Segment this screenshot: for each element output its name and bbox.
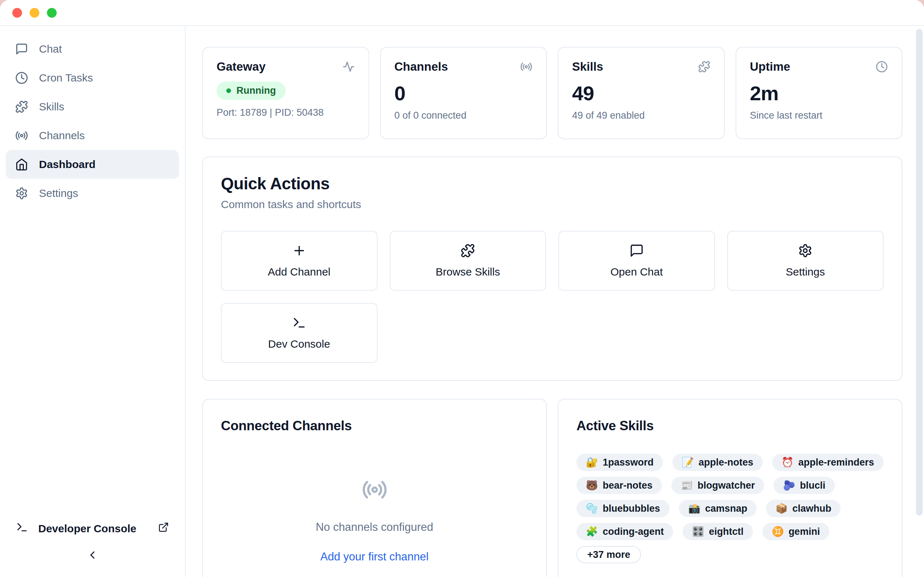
skill-emoji-icon: 🫐 [783, 480, 795, 491]
settings-icon [15, 187, 28, 200]
skill-emoji-icon: ⏰ [782, 456, 794, 468]
radio-icon [362, 477, 388, 504]
skill-name: blogwatcher [697, 480, 755, 491]
developer-console-button[interactable]: Developer Console [0, 521, 185, 536]
terminal-icon [16, 521, 28, 533]
quick-action-label: Open Chat [611, 266, 663, 278]
skill-badge-blogwatcher: 📰blogwatcher [671, 477, 764, 494]
sidebar-item-label: Dashboard [39, 158, 96, 171]
skill-emoji-icon: 📸 [688, 503, 701, 514]
add-first-channel-link[interactable]: Add your first channel [320, 550, 429, 563]
stat-card-title: Uptime [750, 60, 790, 74]
skills-list: 🔐1password📝apple-notes⏰apple-reminders🐻b… [577, 454, 884, 563]
skill-emoji-icon: 🎛️ [692, 526, 704, 537]
skill-emoji-icon: 🔐 [586, 456, 598, 468]
main-content: GatewayRunningPort: 18789 | PID: 50438Ch… [186, 26, 924, 577]
skill-emoji-icon: ♊ [772, 526, 784, 537]
quick-action-label: Settings [786, 266, 825, 278]
stat-card-header: Skills [572, 60, 710, 74]
quick-action-settings[interactable]: Settings [727, 231, 884, 291]
skill-name: bear-notes [603, 480, 653, 491]
quick-actions-title: Quick Actions [221, 175, 884, 192]
message-square-icon [630, 243, 644, 258]
activity-icon [342, 61, 355, 73]
radio-icon [15, 129, 28, 142]
stats-row: GatewayRunningPort: 18789 | PID: 50438Ch… [202, 47, 902, 139]
status-text: Running [236, 85, 276, 96]
zoom-button[interactable] [47, 8, 57, 18]
puzzle-icon [460, 243, 475, 258]
app-body: ChatCron TasksSkillsChannelsDashboardSet… [0, 26, 924, 577]
skill-badge-1password: 🔐1password [577, 454, 663, 471]
skill-name: apple-notes [698, 456, 753, 468]
collapse-sidebar-button[interactable] [0, 549, 185, 562]
skill-badge-camsnap: 📸camsnap [679, 500, 757, 517]
sidebar-item-chat[interactable]: Chat [6, 35, 179, 63]
connected-channels-card: Connected Channels No channels configure… [202, 399, 547, 577]
sidebar-item-cron-tasks[interactable]: Cron Tasks [6, 63, 179, 92]
stat-card-value: 0 [394, 82, 533, 105]
skill-name: coding-agent [603, 526, 664, 537]
quick-action-label: Browse Skills [436, 266, 500, 278]
status-badge: Running [216, 82, 286, 100]
stat-card-detail: 49 of 49 enabled [572, 110, 710, 121]
clock-icon [15, 71, 28, 84]
more-skills-button[interactable]: +37 more [577, 546, 641, 563]
quick-action-label: Dev Console [268, 338, 330, 350]
stat-card-value: 2m [750, 82, 888, 105]
sidebar-item-dashboard[interactable]: Dashboard [6, 150, 179, 179]
minimize-button[interactable] [30, 8, 39, 18]
sidebar-item-label: Channels [39, 129, 85, 142]
skill-emoji-icon: 📦 [775, 503, 788, 514]
sidebar-item-channels[interactable]: Channels [6, 121, 179, 150]
sidebar-item-skills[interactable]: Skills [6, 92, 179, 121]
skill-name: clawhub [792, 503, 831, 514]
skill-emoji-icon: 🐻 [586, 480, 598, 491]
scrollbar-thumb[interactable] [916, 29, 922, 516]
skill-name: bluebubbles [603, 503, 660, 514]
skill-name: 1password [603, 456, 654, 468]
skill-emoji-icon: 📝 [682, 456, 694, 468]
sidebar-item-label: Skills [39, 101, 64, 113]
skill-name: apple-reminders [798, 456, 874, 468]
stat-card-detail: 0 of 0 connected [394, 110, 533, 121]
stat-card-gateway: GatewayRunningPort: 18789 | PID: 50438 [202, 47, 369, 139]
stat-card-uptime: Uptime2mSince last restart [736, 47, 903, 139]
skill-emoji-icon: 🫧 [586, 503, 598, 514]
quick-action-dev-console[interactable]: Dev Console [221, 303, 378, 363]
puzzle-icon [698, 61, 710, 73]
chevron-left-icon [86, 549, 99, 562]
skill-name: gemini [789, 526, 820, 537]
quick-action-open-chat[interactable]: Open Chat [558, 231, 715, 291]
stat-card-detail: Since last restart [750, 110, 888, 121]
radio-icon [520, 61, 532, 73]
sidebar-item-label: Chat [39, 43, 62, 55]
developer-console-label: Developer Console [38, 522, 136, 535]
home-icon [15, 158, 28, 171]
close-button[interactable] [12, 8, 22, 18]
stat-card-channels: Channels00 of 0 connected [380, 47, 547, 139]
stat-card-header: Uptime [750, 60, 888, 74]
sidebar-item-settings[interactable]: Settings [6, 179, 179, 208]
quick-actions-subtitle: Common tasks and shortcuts [221, 198, 884, 211]
skill-badge-apple-reminders: ⏰apple-reminders [772, 454, 884, 471]
titlebar [0, 0, 924, 26]
quick-actions-grid: Add ChannelBrowse SkillsOpen ChatSetting… [221, 231, 884, 363]
quick-action-add-channel[interactable]: Add Channel [221, 231, 378, 291]
quick-action-browse-skills[interactable]: Browse Skills [390, 231, 546, 291]
skill-badge-coding-agent: 🧩coding-agent [577, 523, 673, 540]
skill-name: camsnap [705, 503, 747, 514]
skill-emoji-icon: 📰 [681, 480, 693, 491]
skill-badge-clawhub: 📦clawhub [766, 500, 841, 517]
stat-card-detail: Port: 18789 | PID: 50438 [216, 107, 355, 118]
skill-emoji-icon: 🧩 [586, 526, 598, 537]
skill-name: blucli [800, 480, 825, 491]
stat-card-skills: Skills4949 of 49 enabled [558, 47, 725, 139]
sidebar-footer: Developer Console [0, 521, 185, 562]
skill-name: eightctl [709, 526, 743, 537]
external-link-icon [158, 522, 169, 533]
skill-badge-eightctl: 🎛️eightctl [683, 523, 753, 540]
external-link-icon[interactable] [158, 522, 169, 535]
active-skills-card: Active Skills 🔐1password📝apple-notes⏰app… [558, 399, 902, 577]
puzzle-icon [15, 100, 28, 113]
